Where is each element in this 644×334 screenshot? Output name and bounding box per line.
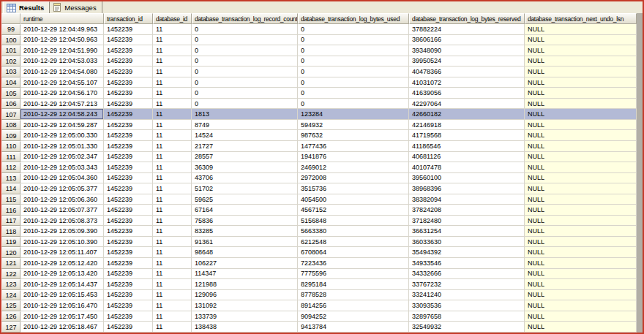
- grid-cell[interactable]: 4567152: [298, 205, 409, 216]
- grid-cell[interactable]: 2972008: [298, 173, 409, 184]
- grid-cell[interactable]: 1452239: [104, 77, 153, 88]
- row-number-cell[interactable]: 115: [1, 194, 20, 205]
- grid-cell[interactable]: 38968396: [409, 183, 525, 194]
- grid-cell[interactable]: 0: [298, 45, 409, 56]
- grid-cell[interactable]: 1452239: [104, 226, 153, 237]
- grid-cell[interactable]: 2010-12-29 12:05:00.330: [20, 130, 104, 141]
- grid-cell[interactable]: 3515736: [298, 183, 409, 194]
- grid-cell[interactable]: 1452239: [104, 247, 153, 258]
- grid-cell[interactable]: 1452239: [104, 99, 153, 110]
- grid-cell[interactable]: 8749: [192, 120, 298, 131]
- row-number-cell[interactable]: 116: [1, 205, 20, 216]
- grid-cell[interactable]: 0: [192, 99, 298, 110]
- grid-cell[interactable]: 1452239: [104, 173, 153, 184]
- row-number-cell[interactable]: 110: [1, 141, 20, 152]
- grid-cell[interactable]: 91361: [192, 237, 298, 248]
- grid-cell[interactable]: 83285: [192, 226, 298, 237]
- grid-cell[interactable]: 11: [153, 109, 192, 120]
- grid-cell[interactable]: NULL: [525, 99, 637, 110]
- grid-cell[interactable]: 1477436: [298, 141, 409, 152]
- row-number-cell[interactable]: 99: [1, 24, 20, 35]
- grid-cell[interactable]: 8295184: [298, 279, 409, 290]
- grid-cell[interactable]: NULL: [525, 279, 637, 290]
- grid-cell[interactable]: 1452239: [104, 67, 153, 77]
- grid-cell[interactable]: 0: [192, 77, 298, 88]
- column-header-log-bytes-used[interactable]: database_transaction_log_bytes_used: [298, 13, 409, 24]
- grid-cell[interactable]: 11: [153, 162, 192, 173]
- grid-cell[interactable]: NULL: [525, 173, 637, 184]
- grid-cell[interactable]: 114347: [192, 269, 298, 280]
- grid-cell[interactable]: 1452239: [104, 183, 153, 194]
- grid-cell[interactable]: 1452239: [104, 216, 153, 227]
- grid-cell[interactable]: 98648: [192, 247, 298, 258]
- grid-cell[interactable]: 1452239: [104, 120, 153, 131]
- grid-cell[interactable]: 36033630: [409, 237, 525, 248]
- grid-cell[interactable]: 2010-12-29 12:05:06.360: [20, 194, 104, 205]
- grid-cell[interactable]: 2010-12-29 12:05:11.407: [20, 247, 104, 258]
- grid-cell[interactable]: 133739: [192, 311, 298, 322]
- grid-cell[interactable]: 0: [192, 45, 298, 56]
- grid-cell[interactable]: NULL: [525, 67, 637, 77]
- grid-cell[interactable]: 2010-12-29 12:04:57.213: [20, 99, 104, 110]
- row-number-cell[interactable]: 114: [1, 183, 20, 194]
- grid-cell[interactable]: 39950524: [409, 56, 525, 67]
- grid-cell[interactable]: 11: [153, 45, 192, 56]
- grid-cell[interactable]: 2010-12-29 12:05:08.373: [20, 216, 104, 227]
- grid-cell[interactable]: NULL: [525, 290, 637, 301]
- row-number-cell[interactable]: 100: [1, 35, 20, 46]
- grid-cell[interactable]: 0: [298, 56, 409, 67]
- row-number-cell[interactable]: 106: [1, 99, 20, 110]
- row-number-cell[interactable]: 123: [1, 279, 20, 290]
- row-number-cell[interactable]: 101: [1, 45, 20, 56]
- grid-cell[interactable]: NULL: [525, 300, 637, 311]
- grid-cell[interactable]: 1452239: [104, 162, 153, 173]
- grid-cell[interactable]: 41719568: [409, 130, 525, 141]
- row-number-cell[interactable]: 127: [1, 322, 20, 333]
- grid-cell[interactable]: 4054500: [298, 194, 409, 205]
- grid-cell[interactable]: NULL: [525, 237, 637, 248]
- grid-cell[interactable]: 1452239: [104, 152, 153, 163]
- grid-cell[interactable]: 1452239: [104, 141, 153, 152]
- grid-cell[interactable]: NULL: [525, 56, 637, 67]
- grid-cell[interactable]: NULL: [525, 216, 637, 227]
- grid-cell[interactable]: NULL: [525, 109, 637, 120]
- grid-cell[interactable]: 1452239: [104, 258, 153, 269]
- grid-cell[interactable]: 28557: [192, 152, 298, 163]
- grid-cell[interactable]: 2010-12-29 12:04:56.170: [20, 88, 104, 99]
- row-number-cell[interactable]: 122: [1, 269, 20, 280]
- grid-cell[interactable]: 33241240: [409, 290, 525, 301]
- grid-cell[interactable]: 11: [153, 290, 192, 301]
- grid-cell[interactable]: 2010-12-29 12:04:58.243: [20, 109, 104, 120]
- grid-cell[interactable]: NULL: [525, 194, 637, 205]
- grid-cell[interactable]: 11: [153, 183, 192, 194]
- grid-cell[interactable]: 2010-12-29 12:05:14.437: [20, 279, 104, 290]
- grid-cell[interactable]: 2010-12-29 12:05:01.330: [20, 141, 104, 152]
- grid-cell[interactable]: 37182480: [409, 216, 525, 227]
- row-number-cell[interactable]: 107: [1, 109, 20, 120]
- grid-cell[interactable]: 2010-12-29 12:04:59.287: [20, 120, 104, 131]
- grid-cell[interactable]: 40681126: [409, 152, 525, 163]
- grid-cell[interactable]: 2469012: [298, 162, 409, 173]
- grid-cell[interactable]: 51702: [192, 183, 298, 194]
- grid-cell[interactable]: 11: [153, 173, 192, 184]
- grid-cell[interactable]: 0: [192, 56, 298, 67]
- grid-cell[interactable]: 43706: [192, 173, 298, 184]
- grid-cell[interactable]: NULL: [525, 141, 637, 152]
- grid-cell[interactable]: 1452239: [104, 290, 153, 301]
- row-number-cell[interactable]: 103: [1, 67, 20, 77]
- row-number-cell[interactable]: 126: [1, 311, 20, 322]
- grid-cell[interactable]: 11: [153, 130, 192, 141]
- grid-cell[interactable]: 1452239: [104, 35, 153, 46]
- grid-cell[interactable]: 59625: [192, 194, 298, 205]
- grid-cell[interactable]: 36309: [192, 162, 298, 173]
- grid-cell[interactable]: 0: [192, 67, 298, 77]
- grid-cell[interactable]: 106227: [192, 258, 298, 269]
- grid-cell[interactable]: 11: [153, 258, 192, 269]
- grid-cell[interactable]: 0: [298, 88, 409, 99]
- grid-cell[interactable]: 42660182: [409, 109, 525, 120]
- grid-cell[interactable]: NULL: [525, 152, 637, 163]
- grid-cell[interactable]: 11: [153, 300, 192, 311]
- row-number-cell[interactable]: 125: [1, 300, 20, 311]
- column-header-runtime[interactable]: runtime: [20, 13, 104, 24]
- grid-cell[interactable]: NULL: [525, 24, 637, 35]
